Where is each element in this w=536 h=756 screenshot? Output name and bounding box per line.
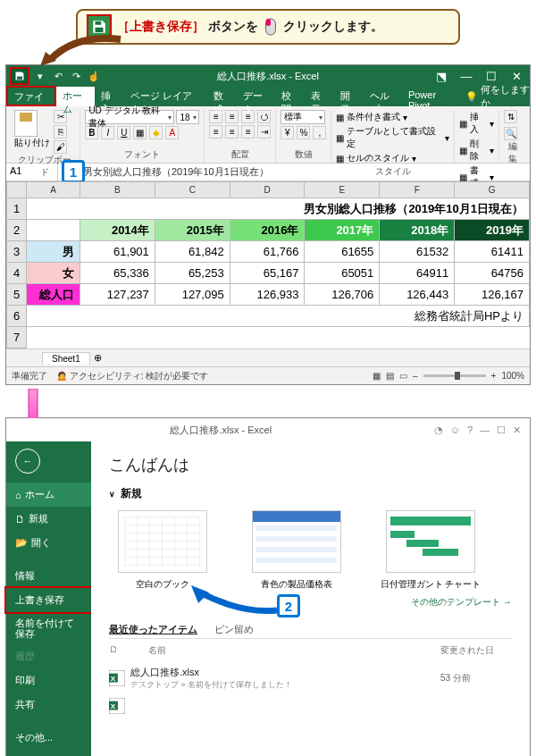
tab-home[interactable]: ホーム	[56, 87, 95, 106]
minimize-button[interactable]: —	[456, 70, 476, 83]
tab-pinned[interactable]: ピン留め	[214, 624, 254, 634]
conditional-formatting[interactable]: ▦条件付き書式 ▾	[336, 110, 449, 124]
template-gantt[interactable]: 日付管理ガント チャート	[377, 510, 484, 591]
view-page-icon[interactable]: ▤	[386, 371, 394, 381]
group-number: 標準 ¥ % , 数値	[276, 110, 331, 163]
insert-cells[interactable]: ▦ 挿入 ▾	[459, 110, 494, 137]
tab-data[interactable]: データ	[237, 87, 275, 106]
file-list-header: 🗋 名前 変更された日	[109, 639, 512, 662]
qat-save-button[interactable]	[10, 67, 29, 85]
orientation-icon[interactable]: ⭯	[257, 110, 271, 123]
user-icon[interactable]: ◔	[434, 424, 443, 436]
group-styles: ▦条件付き書式 ▾ ▦テーブルとして書式設定 ▾ ▦セルのスタイル ▾ スタイル	[331, 110, 455, 163]
zoom-slider[interactable]	[423, 374, 486, 377]
align-middle-icon[interactable]: ≡	[225, 110, 239, 123]
sort-filter-icon[interactable]: ⇅	[504, 110, 517, 123]
formula-bar[interactable]: 男女別総人口推移（2019年10月1日現在）	[80, 164, 530, 181]
tab-powerpivot[interactable]: Power Pivot	[402, 87, 460, 106]
group-font: UD デジタル 教科書体 18 B I U ▦ ◆ A フォント	[80, 110, 205, 163]
tab-page-layout[interactable]: ページ レイアウト	[124, 87, 207, 106]
backstage-title-bar: 総人口推移.xlsx - Excel ◔ ☺ ? — ☐ ✕	[6, 418, 530, 441]
find-icon[interactable]: 🔍	[504, 127, 517, 140]
sidebar-info[interactable]: 情報	[6, 564, 91, 588]
file-icon: 🗋	[109, 644, 127, 657]
tab-help[interactable]: ヘルプ	[364, 87, 402, 106]
zoom-out-icon[interactable]: –	[413, 371, 418, 381]
name-box[interactable]: A1	[6, 164, 58, 181]
align-center-icon[interactable]: ≡	[225, 125, 239, 139]
close-button[interactable]: ✕	[513, 424, 521, 436]
zoom-level[interactable]: 100%	[501, 371, 524, 381]
face-icon[interactable]: ☺	[450, 424, 460, 435]
tell-me[interactable]: 💡何をしますか	[465, 87, 530, 106]
excel-file-icon: X	[109, 698, 125, 714]
currency-icon[interactable]: ¥	[281, 126, 294, 139]
tab-insert[interactable]: 挿入	[95, 87, 124, 106]
lightbulb-icon: 💡	[465, 91, 478, 103]
qat-touch-icon[interactable]: ☝	[87, 69, 101, 83]
group-cells: ▦ 挿入 ▾ ▦ 削除 ▾ ▦ 書式 ▾ セル	[455, 110, 499, 163]
help-icon[interactable]: ?	[467, 424, 473, 435]
banner-text: ［上書き保存］ ボタンを クリックします。	[117, 18, 383, 36]
source-label[interactable]: 総務省統計局HPより	[27, 306, 530, 327]
back-button[interactable]: ←	[15, 449, 40, 474]
sidebar-share[interactable]: 共有	[6, 693, 91, 717]
delete-cells[interactable]: ▦ 削除 ▾	[459, 137, 494, 164]
tab-formulas[interactable]: 数式	[207, 87, 237, 106]
indent-icon[interactable]: ⇥	[257, 125, 271, 139]
more-templates-link[interactable]: その他のテンプレート →	[109, 596, 512, 609]
svg-rect-4	[17, 77, 22, 80]
align-left-icon[interactable]: ≡	[209, 125, 222, 139]
sheet-tab-1[interactable]: Sheet1	[42, 352, 90, 365]
font-name-select[interactable]: UD デジタル 教科書体	[85, 110, 174, 124]
format-as-table[interactable]: ▦テーブルとして書式設定 ▾	[336, 124, 449, 151]
align-right-icon[interactable]: ≡	[241, 125, 255, 139]
qat-redo-icon[interactable]: ↷	[69, 69, 83, 83]
instruction-banner: ［上書き保存］ ボタンを クリックします。	[76, 9, 460, 45]
template-thumb	[252, 510, 341, 573]
qat-undo-icon[interactable]: ↶	[51, 69, 65, 83]
new-section-header[interactable]: ∨新規	[109, 486, 512, 501]
template-blank[interactable]: 空白のブック	[109, 510, 216, 591]
copy-icon[interactable]: ⎘	[54, 125, 67, 139]
view-break-icon[interactable]: ▭	[399, 371, 407, 381]
view-normal-icon[interactable]: ▦	[373, 371, 381, 381]
paste-icon[interactable]	[14, 110, 38, 137]
svg-text:X: X	[111, 675, 116, 683]
tab-view[interactable]: 表示	[305, 87, 334, 106]
maximize-button[interactable]: ☐	[482, 70, 501, 83]
sidebar-other[interactable]: その他...	[6, 726, 91, 750]
accessibility-status[interactable]: 🙍 アクセシビリティ: 検討が必要です	[56, 370, 208, 382]
format-painter-icon[interactable]: 🖌	[54, 140, 67, 154]
sidebar-save[interactable]: 上書き保存	[4, 586, 93, 614]
font-color-button[interactable]: A	[165, 126, 179, 139]
recent-file-row[interactable]: X 総人口推移.xlsx デスクトップ » 名前を付けて保存しました！ 53 分…	[109, 662, 512, 694]
percent-icon[interactable]: %	[297, 126, 310, 139]
tab-developer[interactable]: 開発	[334, 87, 364, 106]
tab-review[interactable]: 校閲	[275, 87, 305, 106]
ribbon-tabs: ファイル ホーム 挿入 ページ レイアウト 数式 データ 校閲 表示 開発 ヘル…	[6, 87, 530, 106]
sidebar-open[interactable]: 📂開く	[6, 531, 91, 555]
sidebar-save-as[interactable]: 名前を付けて保存	[6, 612, 91, 644]
sidebar-home[interactable]: ⌂ホーム	[6, 483, 91, 507]
font-size-select[interactable]: 18	[176, 110, 199, 124]
comma-icon[interactable]: ,	[313, 126, 326, 139]
template-price[interactable]: 青色の製品価格表	[243, 510, 350, 591]
maximize-button[interactable]: ☐	[497, 424, 506, 436]
minimize-button[interactable]: —	[480, 424, 490, 435]
sheet-tabs: Sheet1 ⊕	[6, 349, 530, 366]
sheet-title[interactable]: 男女別総人口推移（2019年10月1日現在）	[27, 198, 530, 220]
ribbon-display-icon[interactable]: ⬔	[431, 70, 451, 83]
new-sheet-button[interactable]: ⊕	[94, 352, 102, 364]
recent-file-row-empty[interactable]: X	[109, 694, 512, 718]
sidebar-print[interactable]: 印刷	[6, 668, 91, 693]
number-format-select[interactable]: 標準	[281, 110, 325, 124]
sheet-grid[interactable]: ABCDEFG 1男女別総人口推移（2019年10月1日現在） 2 2014年 …	[6, 181, 530, 349]
sidebar-new[interactable]: 🗋新規	[6, 507, 91, 531]
ribbon-body: 貼り付け ✂ ⎘ 🖌 クリップボード UD デジタル 教科書体 18 B I	[6, 106, 530, 164]
qat-dropdown-icon[interactable]: ▾	[33, 69, 47, 83]
zoom-in-icon[interactable]: +	[491, 371, 497, 381]
tab-file[interactable]: ファイル	[6, 86, 56, 106]
tab-recent[interactable]: 最近使ったアイテム	[109, 624, 197, 634]
close-button[interactable]: ✕	[507, 70, 526, 83]
